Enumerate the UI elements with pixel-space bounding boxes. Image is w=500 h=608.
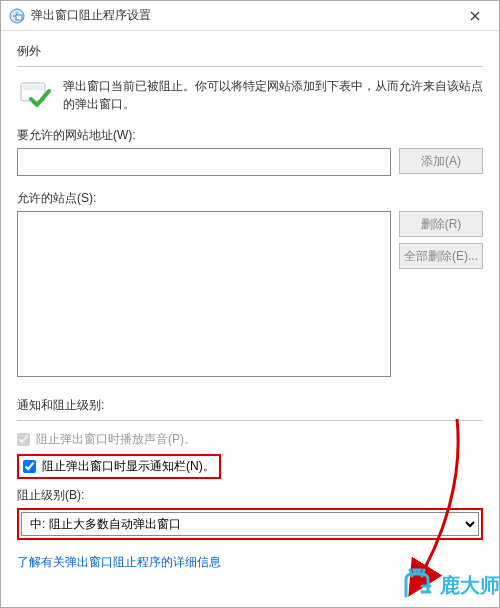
allowed-sites-row: 删除(R) 全部删除(E)... (17, 211, 483, 377)
block-level-select[interactable]: 中: 阻止大多数自动弹出窗口 (21, 512, 479, 536)
watermark-icon (400, 568, 434, 602)
dialog-window: 弹出窗口阻止程序设置 例外 弹出窗口当前已被阻止。你可以将特定网站添加到下表中，… (0, 0, 500, 608)
address-label: 要允许的网站地址(W): (17, 127, 483, 144)
svg-rect-1 (16, 15, 22, 20)
allowed-buttons-column: 删除(R) 全部删除(E)... (399, 211, 483, 377)
exception-icon (17, 77, 53, 113)
notify-heading: 通知和阻止级别: (17, 397, 483, 414)
checkbox-play-sound-label: 阻止弹出窗口时播放声音(P)。 (36, 431, 196, 448)
address-input-row: 添加(A) (17, 148, 483, 176)
divider (17, 66, 483, 67)
watermark-text: 鹿大师 (440, 572, 500, 599)
svg-rect-3 (23, 85, 43, 90)
window-title: 弹出窗口阻止程序设置 (31, 7, 453, 24)
watermark: 鹿大师 (400, 568, 500, 602)
close-icon (470, 11, 480, 21)
checkbox-notify-bar-row: 阻止弹出窗口时显示通知栏(N)。 (23, 458, 215, 475)
exception-row: 弹出窗口当前已被阻止。你可以将特定网站添加到下表中，从而允许来自该站点的弹出窗口… (17, 77, 483, 113)
remove-button[interactable]: 删除(R) (399, 211, 483, 237)
dialog-body: 例外 弹出窗口当前已被阻止。你可以将特定网站添加到下表中，从而允许来自该站点的弹… (1, 31, 499, 607)
allowed-sites-label: 允许的站点(S): (17, 190, 483, 207)
address-input[interactable] (17, 148, 391, 176)
remove-all-button[interactable]: 全部删除(E)... (399, 243, 483, 269)
checkbox-play-sound (17, 433, 30, 446)
titlebar: 弹出窗口阻止程序设置 (1, 1, 499, 31)
checkbox-notify-bar-label: 阻止弹出窗口时显示通知栏(N)。 (42, 458, 215, 475)
close-button[interactable] (453, 2, 497, 30)
learn-more-link[interactable]: 了解有关弹出窗口阻止程序的详细信息 (17, 554, 221, 571)
app-icon (9, 8, 25, 24)
add-button[interactable]: 添加(A) (399, 148, 483, 174)
block-level-label: 阻止级别(B): (17, 487, 483, 504)
highlight-notify-bar: 阻止弹出窗口时显示通知栏(N)。 (17, 454, 221, 479)
exception-heading: 例外 (17, 43, 483, 60)
checkbox-play-sound-row: 阻止弹出窗口时播放声音(P)。 (17, 431, 483, 448)
highlight-block-level: 中: 阻止大多数自动弹出窗口 (17, 508, 483, 540)
checkbox-notify-bar[interactable] (23, 460, 36, 473)
allowed-sites-listbox[interactable] (17, 211, 391, 377)
divider (17, 420, 483, 421)
exception-description: 弹出窗口当前已被阻止。你可以将特定网站添加到下表中，从而允许来自该站点的弹出窗口… (63, 77, 483, 113)
